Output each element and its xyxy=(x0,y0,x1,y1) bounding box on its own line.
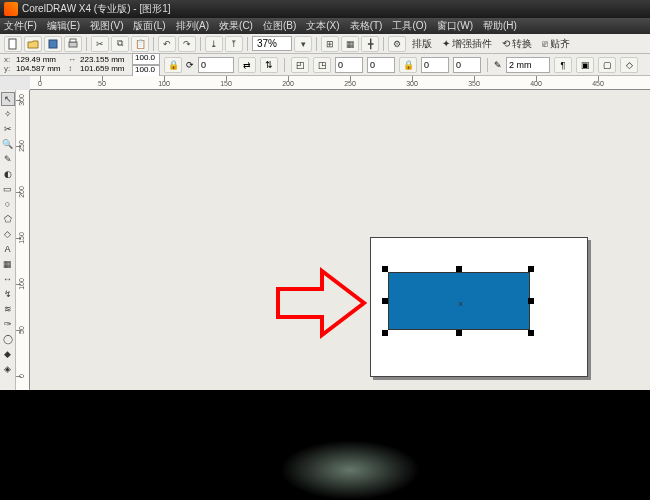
handle-bottom-center[interactable] xyxy=(456,330,462,336)
eyedropper-tool[interactable]: ✑ xyxy=(1,317,15,331)
separator xyxy=(487,58,488,72)
corner-radius-2[interactable]: 0 xyxy=(367,57,395,73)
paste-button[interactable]: 📋 xyxy=(131,36,149,52)
corner-tr-button[interactable]: ◳ xyxy=(313,57,331,73)
toolbox: ↖ ✧ ✂ 🔍 ✎ ◐ ▭ ○ ⬠ ◇ A ▦ ↔ ↯ ≋ ✑ ◯ ◆ ◈ xyxy=(0,90,16,390)
corner-radius-1[interactable]: 0 xyxy=(335,57,363,73)
enhance-plugin-button[interactable]: ✦增强插件 xyxy=(438,37,496,51)
copy-button[interactable]: ⧉ xyxy=(111,36,129,52)
fill-tool[interactable]: ◆ xyxy=(1,347,15,361)
convert-curves-button[interactable]: ◇ xyxy=(620,57,638,73)
outline-width[interactable]: 2 mm xyxy=(506,57,550,73)
grid-button[interactable]: ▦ xyxy=(341,36,359,52)
open-button[interactable] xyxy=(24,36,42,52)
zoom-dropdown-icon[interactable]: ▾ xyxy=(294,36,312,52)
layout-button[interactable]: 排版 xyxy=(408,37,436,51)
corner-radius-4[interactable]: 0 xyxy=(453,57,481,73)
table-tool[interactable]: ▦ xyxy=(1,257,15,271)
zoom-tool[interactable]: 🔍 xyxy=(1,137,15,151)
title-bar: CorelDRAW X4 (专业版) - [图形1] xyxy=(0,0,650,18)
app-window: CorelDRAW X4 (专业版) - [图形1] 文件(F) 编辑(E) 视… xyxy=(0,0,650,390)
separator xyxy=(316,37,317,51)
dimension-tool[interactable]: ↔ xyxy=(1,272,15,286)
handle-mid-left[interactable] xyxy=(382,298,388,304)
crop-tool[interactable]: ✂ xyxy=(1,122,15,136)
ruler-horizontal: 050100150200250300350400450 xyxy=(30,76,650,90)
window-title: CorelDRAW X4 (专业版) - [图形1] xyxy=(22,2,171,16)
menu-arrange[interactable]: 排列(A) xyxy=(176,19,209,33)
corner-tl-button[interactable]: ◰ xyxy=(291,57,309,73)
to-back-button[interactable]: ▢ xyxy=(598,57,616,73)
handle-bottom-left[interactable] xyxy=(382,330,388,336)
separator xyxy=(383,37,384,51)
cut-button[interactable]: ✂ xyxy=(91,36,109,52)
menu-help[interactable]: 帮助(H) xyxy=(483,19,517,33)
lock-ratio-icon[interactable]: 🔒 xyxy=(164,57,182,73)
menu-tools[interactable]: 工具(O) xyxy=(392,19,426,33)
snap-to-button[interactable]: ⎚贴齐 xyxy=(538,37,574,51)
connector-tool[interactable]: ↯ xyxy=(1,287,15,301)
y-value[interactable]: 104.587 mm xyxy=(16,65,64,74)
menu-file[interactable]: 文件(F) xyxy=(4,19,37,33)
import-button[interactable]: ⤓ xyxy=(205,36,223,52)
size-block: ↔223.155 mm ↕101.659 mm xyxy=(68,56,128,74)
mirror-v-button[interactable]: ⇅ xyxy=(260,57,278,73)
ruler-vertical: 300250200150100500 xyxy=(16,90,30,390)
undo-button[interactable]: ↶ xyxy=(158,36,176,52)
handle-top-center[interactable] xyxy=(456,266,462,272)
export-button[interactable]: ⤒ xyxy=(225,36,243,52)
handle-mid-right[interactable] xyxy=(528,298,534,304)
redo-button[interactable]: ↷ xyxy=(178,36,196,52)
menu-bar: 文件(F) 编辑(E) 视图(V) 版面(L) 排列(A) 效果(C) 位图(B… xyxy=(0,18,650,34)
to-front-button[interactable]: ▣ xyxy=(576,57,594,73)
height-icon: ↕ xyxy=(68,65,78,74)
corner-radius-3[interactable]: 0 xyxy=(421,57,449,73)
separator xyxy=(200,37,201,51)
smart-fill-tool[interactable]: ◐ xyxy=(1,167,15,181)
basic-shapes-tool[interactable]: ◇ xyxy=(1,227,15,241)
mirror-h-button[interactable]: ⇄ xyxy=(238,57,256,73)
blend-tool[interactable]: ≋ xyxy=(1,302,15,316)
scale-x[interactable]: 100.0 xyxy=(132,53,160,65)
menu-bitmap[interactable]: 位图(B) xyxy=(263,19,296,33)
menu-layout[interactable]: 版面(L) xyxy=(133,19,165,33)
canvas[interactable]: × xyxy=(30,90,650,390)
handle-top-right[interactable] xyxy=(528,266,534,272)
ellipse-tool[interactable]: ○ xyxy=(1,197,15,211)
handle-top-left[interactable] xyxy=(382,266,388,272)
handle-bottom-right[interactable] xyxy=(528,330,534,336)
height-value[interactable]: 101.659 mm xyxy=(80,65,128,74)
wrap-text-button[interactable]: ¶ xyxy=(554,57,572,73)
guides-button[interactable]: ╋ xyxy=(361,36,379,52)
pick-tool[interactable]: ↖ xyxy=(1,92,15,106)
convert-button[interactable]: ⟲转换 xyxy=(498,37,536,51)
menu-text[interactable]: 文本(X) xyxy=(306,19,339,33)
scale-y[interactable]: 100.0 xyxy=(132,65,160,77)
outline-tool[interactable]: ◯ xyxy=(1,332,15,346)
options-button[interactable]: ⚙ xyxy=(388,36,406,52)
text-tool[interactable]: A xyxy=(1,242,15,256)
rotation-value[interactable]: 0 xyxy=(198,57,234,73)
polygon-tool[interactable]: ⬠ xyxy=(1,212,15,226)
svg-rect-0 xyxy=(9,39,16,49)
lock-corners-icon[interactable]: 🔒 xyxy=(399,57,417,73)
separator xyxy=(86,37,87,51)
snap-button[interactable]: ⊞ xyxy=(321,36,339,52)
rectangle-tool[interactable]: ▭ xyxy=(1,182,15,196)
app-icon xyxy=(4,2,18,16)
svg-rect-1 xyxy=(49,40,57,48)
svg-rect-2 xyxy=(69,42,77,47)
shape-tool[interactable]: ✧ xyxy=(1,107,15,121)
new-button[interactable] xyxy=(4,36,22,52)
menu-window[interactable]: 窗口(W) xyxy=(437,19,473,33)
save-button[interactable] xyxy=(44,36,62,52)
menu-edit[interactable]: 编辑(E) xyxy=(47,19,80,33)
annotation-arrow-icon xyxy=(274,265,370,341)
menu-view[interactable]: 视图(V) xyxy=(90,19,123,33)
menu-effects[interactable]: 效果(C) xyxy=(219,19,253,33)
print-button[interactable] xyxy=(64,36,82,52)
interactive-fill-tool[interactable]: ◈ xyxy=(1,362,15,376)
zoom-level[interactable]: 37% xyxy=(252,36,292,51)
freehand-tool[interactable]: ✎ xyxy=(1,152,15,166)
menu-table[interactable]: 表格(T) xyxy=(350,19,383,33)
